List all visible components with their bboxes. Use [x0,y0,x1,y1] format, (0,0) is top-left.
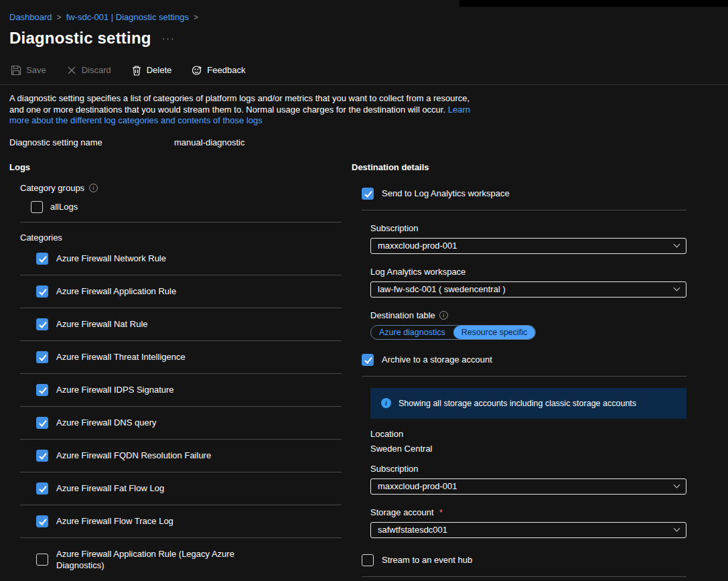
category-label: Azure Firewall Application Rule (Legacy … [56,548,254,571]
discard-button[interactable]: Discard [66,65,111,76]
category-checkbox[interactable] [36,482,48,495]
toggle-option-resource-specific[interactable]: Resource specific [453,326,536,339]
category-label: Azure Firewall Flow Trace Log [56,515,173,527]
category-label: Azure Firewall IDPS Signature [56,384,174,395]
category-row[interactable]: Azure Firewall IDPS Signature [20,374,342,407]
breadcrumb-separator-icon: > [57,13,62,22]
discard-icon [66,65,77,76]
category-row[interactable]: Azure Firewall Network Rule [20,243,342,275]
required-asterisk: * [439,507,443,517]
category-row[interactable]: Azure Firewall Nat Rule [20,308,342,341]
category-label: Azure Firewall DNS query [56,417,157,428]
breadcrumb-link-dashboard[interactable]: Dashboard [9,12,52,22]
setting-name-row: Diagnostic setting name manual-diagnosti… [9,137,728,147]
page-title: Diagnostic setting [9,29,151,48]
categories-label: Categories [20,233,342,243]
alllogs-checkbox[interactable] [31,201,43,213]
title-row: Diagnostic setting ··· [0,29,728,48]
info-banner-text: Showing all storage accounts including c… [398,399,636,408]
event-hub-label: Stream to an event hub [382,555,472,565]
storage-account-value: safwtfstatesdc001 [378,525,447,535]
category-checkbox[interactable] [36,318,48,330]
category-group-row[interactable]: allLogs [31,201,342,222]
archive-storage-row[interactable]: Archive to a storage account [362,354,686,376]
category-row[interactable]: Azure Firewall Threat Intelligence [20,341,342,374]
destination-table-label: Destination table [370,310,435,320]
delete-label: Delete [147,65,172,75]
storage-account-label: Storage account [370,507,434,517]
trash-icon [131,65,142,76]
discard-label: Discard [82,65,111,75]
location-block: Location Sweden Central [370,429,686,454]
delete-button[interactable]: Delete [131,65,172,76]
top-strip [0,0,728,7]
toggle-option-azure-diagnostics[interactable]: Azure diagnostics [371,326,453,339]
info-banner: i Showing all storage accounts including… [370,388,686,419]
destination-section-title: Destination details [352,162,686,172]
category-checkbox[interactable] [36,554,48,566]
category-row[interactable]: Azure Firewall Application Rule (Legacy … [20,538,342,581]
category-label: Azure Firewall Nat Rule [56,318,148,330]
workspace-label: Log Analytics workspace [370,267,686,277]
subscription2-dropdown[interactable]: maxxcloud-prod-001 [370,478,686,495]
chevron-down-icon [674,525,680,532]
destination-table-toggle: Azure diagnostics Resource specific [370,325,536,340]
info-filled-icon: i [381,398,391,408]
divider [362,210,686,210]
category-checkbox[interactable] [36,253,48,265]
category-checkbox[interactable] [36,351,48,363]
divider [362,576,686,577]
event-hub-checkbox[interactable] [362,554,374,566]
divider [20,222,342,222]
category-checkbox[interactable] [36,450,48,462]
info-icon[interactable]: i [89,184,98,192]
category-row[interactable]: Azure Firewall FQDN Resolution Failure [20,440,342,472]
toolbar: Save Discard Delete Feedback [0,56,728,85]
category-label: Azure Firewall Fat Flow Log [56,482,164,494]
workspace-dropdown[interactable]: law-fw-sdc-001 ( swedencentral ) [370,281,686,298]
save-button[interactable]: Save [11,65,46,76]
logs-section-title: Logs [9,162,342,172]
category-checkbox[interactable] [36,384,48,396]
workspace-value: law-fw-sdc-001 ( swedencentral ) [378,284,506,294]
category-label: Azure Firewall FQDN Resolution Failure [56,450,211,461]
storage-account-dropdown[interactable]: safwtfstatesdc001 [370,522,686,538]
category-label: Azure Firewall Application Rule [56,285,176,297]
subscription-value: maxxcloud-prod-001 [378,241,457,251]
subscription2-field: Subscription maxxcloud-prod-001 [370,464,686,495]
feedback-icon [192,65,202,76]
subscription-dropdown[interactable]: maxxcloud-prod-001 [370,238,686,254]
category-checkbox[interactable] [36,515,48,527]
send-to-law-label: Send to Log Analytics workspace [382,188,510,198]
feedback-label: Feedback [207,65,245,75]
destination-section: Destination details Send to Log Analytic… [352,162,686,581]
save-label: Save [26,65,46,75]
logs-section: Logs Category groups i allLogs Categorie… [9,162,342,581]
location-label: Location [370,429,686,439]
alllogs-label: allLogs [50,202,78,212]
category-row[interactable]: Azure Firewall Application Rule [20,275,342,308]
description-text: A diagnostic setting specifies a list of… [9,93,486,127]
send-to-law-row[interactable]: Send to Log Analytics workspace [362,188,686,210]
feedback-button[interactable]: Feedback [192,65,245,76]
category-row[interactable]: Azure Firewall Fat Flow Log [20,472,342,505]
info-icon[interactable]: i [439,311,448,320]
category-row[interactable]: Azure Firewall DNS query [20,407,342,440]
event-hub-row[interactable]: Stream to an event hub [362,554,686,576]
category-groups-label-row: Category groups i [20,183,342,193]
setting-name-label: Diagnostic setting name [9,137,174,147]
category-checkbox[interactable] [36,285,48,298]
breadcrumb-link-resource[interactable]: fw-sdc-001 | Diagnostic settings [66,12,189,22]
send-to-law-checkbox[interactable] [362,188,374,200]
top-strip-left [0,0,459,7]
archive-storage-checkbox[interactable] [362,354,374,366]
location-value: Sweden Central [370,444,686,454]
category-groups-label: Category groups [20,183,84,193]
category-checkbox[interactable] [36,417,48,429]
subscription-label: Subscription [370,223,686,233]
top-strip-right [459,0,728,7]
description-body: A diagnostic setting specifies a list of… [9,93,469,115]
divider [362,376,686,377]
title-overflow-menu-icon[interactable]: ··· [162,33,175,44]
category-row[interactable]: Azure Firewall Flow Trace Log [20,505,342,538]
